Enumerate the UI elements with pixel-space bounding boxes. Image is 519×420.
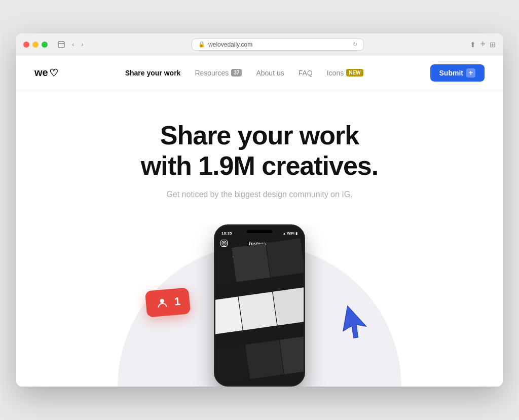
hero-title-line1: Share your work	[160, 121, 359, 150]
logo-heart: ♡	[49, 67, 58, 79]
notif-count: 1	[174, 295, 181, 309]
cursor-arrow-icon	[340, 303, 376, 339]
nav-icons[interactable]: Icons NEW	[327, 69, 363, 77]
phone-screen: 10:35 ▲ WiFi ▮ Inst	[215, 226, 304, 385]
grid-cell-4	[214, 296, 242, 335]
icons-badge: NEW	[346, 69, 363, 77]
maximize-button[interactable]	[42, 42, 48, 48]
hero-section: Share your work with 1.9M creatives. Get…	[16, 90, 503, 387]
nav-about-label: About us	[256, 69, 284, 77]
svg-point-2	[160, 299, 164, 303]
new-tab-icon[interactable]: +	[480, 39, 486, 50]
share-icon[interactable]: ⬆	[470, 41, 476, 49]
nav-resources[interactable]: Resources 37	[195, 69, 242, 77]
nav-links: Share your work Resources 37 About us FA…	[125, 69, 363, 77]
follower-notification: 1	[145, 288, 191, 318]
grid-cell-2	[232, 243, 271, 282]
svg-rect-0	[58, 42, 64, 48]
plus-icon: +	[466, 68, 475, 78]
extensions-icon[interactable]: ⊞	[490, 41, 496, 49]
hero-title-line2: with 1.9M creatives.	[141, 151, 378, 180]
nav-faq-label: FAQ	[299, 69, 313, 77]
nav-share-work[interactable]: Share your work	[125, 69, 181, 77]
browser-actions: ⬆ + ⊞	[470, 39, 496, 50]
submit-button[interactable]: Submit +	[430, 64, 485, 82]
svg-point-5	[225, 242, 226, 242]
nav-share-work-label: Share your work	[125, 69, 181, 77]
phone-notch	[247, 230, 272, 233]
nav-faq[interactable]: FAQ	[299, 69, 313, 77]
url-text: welovedaily.com	[208, 41, 252, 48]
close-button[interactable]	[23, 42, 29, 48]
phone-image-grid	[214, 238, 305, 387]
nav-right: Submit +	[430, 64, 485, 82]
phone-time: 10:35	[221, 231, 232, 236]
minimize-button[interactable]	[32, 42, 39, 48]
phone-mockup-area: 1 10:35 ▲ WiFi ▮	[34, 224, 485, 387]
phone-icons: ▲ WiFi ▮	[282, 232, 298, 236]
submit-label: Submit	[439, 69, 463, 77]
tab-icon[interactable]	[56, 40, 67, 49]
grid-cell-5	[238, 292, 277, 331]
browser-controls: ‹ ›	[56, 40, 86, 49]
back-button[interactable]: ‹	[70, 40, 76, 49]
grid-cell-8	[245, 340, 284, 379]
hero-subtitle: Get noticed by the biggest design commun…	[34, 190, 485, 199]
refresh-icon: ↻	[353, 41, 357, 48]
logo[interactable]: we♡	[34, 67, 58, 79]
lock-icon: 🔒	[198, 41, 205, 48]
traffic-lights	[23, 42, 48, 48]
forward-button[interactable]: ›	[79, 40, 85, 49]
grid-cell-3	[266, 238, 305, 277]
svg-point-4	[223, 242, 225, 244]
logo-text: we	[34, 67, 48, 79]
nav-about[interactable]: About us	[256, 69, 284, 77]
instagram-icon	[220, 240, 228, 247]
address-bar-wrapper: 🔒 welovedaily.com ↻	[91, 39, 465, 51]
person-icon	[155, 295, 170, 311]
resources-badge: 37	[231, 69, 242, 77]
nav-resources-label: Resources	[195, 69, 229, 77]
browser-chrome: ‹ › 🔒 welovedaily.com ↻ ⬆ + ⊞	[16, 33, 503, 56]
navbar: we♡ Share your work Resources 37 About u…	[16, 56, 503, 90]
browser-window: ‹ › 🔒 welovedaily.com ↻ ⬆ + ⊞ we♡ Share …	[16, 33, 503, 387]
grid-cell-9	[280, 335, 305, 374]
address-bar[interactable]: 🔒 welovedaily.com ↻	[192, 39, 364, 51]
grid-cell-7	[214, 345, 249, 384]
phone-mockup: 10:35 ▲ WiFi ▮ Inst	[214, 224, 305, 387]
hero-title: Share your work with 1.9M creatives.	[34, 121, 485, 181]
grid-cell-6	[273, 287, 305, 326]
nav-icons-label: Icons	[327, 69, 344, 77]
